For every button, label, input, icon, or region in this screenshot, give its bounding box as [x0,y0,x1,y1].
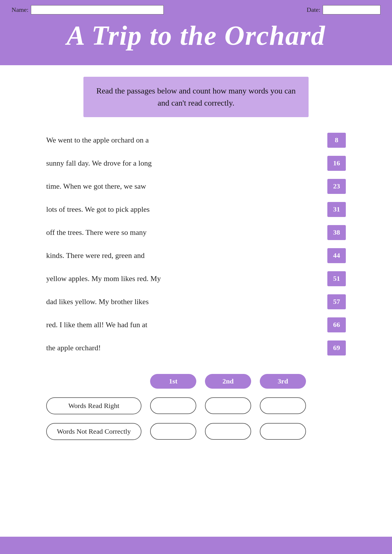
passage-text-2: sunny fall day. We drove for a long [46,159,316,168]
passage-row: the apple orchard!69 [46,336,346,360]
instruction-box: Read the passages below and count how ma… [83,77,309,117]
passage-row: off the trees. There were so many38 [46,221,346,244]
passage-row: time. When we got there, we saw23 [46,175,346,198]
word-count-badge-1: 8 [327,133,346,148]
passage-section: We went to the apple orchard on a8sunny … [46,129,346,360]
passage-text-8: dad likes yellow. My brother likes [46,297,316,306]
attempt-label-2nd: 2nd [205,374,251,389]
words-read-right-row: Words Read Right [46,397,346,414]
attempt-labels-row: 1st 2nd 3rd [46,374,346,389]
passage-row: kinds. There were red, green and44 [46,244,346,267]
page-title: A Trip to the Orchard [12,17,380,57]
passage-text-1: We went to the apple orchard on a [46,136,316,145]
attempt-label-3rd: 3rd [260,374,306,389]
name-date-row: Name: Date: [12,5,380,14]
passage-row: lots of trees. We got to pick apples31 [46,198,346,221]
date-input[interactable] [323,5,380,14]
word-count-badge-10: 69 [327,340,346,355]
passage-row: red. I like them all! We had fun at66 [46,313,346,336]
words-not-read-2nd[interactable] [205,423,251,440]
word-count-badge-3: 23 [327,179,346,194]
name-label: Name: [12,6,29,14]
word-count-badge-4: 31 [327,202,346,217]
words-read-right-3rd[interactable] [260,397,306,414]
passage-row: We went to the apple orchard on a8 [46,129,346,152]
name-input[interactable] [31,5,164,14]
word-count-badge-5: 38 [327,225,346,240]
word-count-badge-2: 16 [327,156,346,171]
passage-row: yellow apples. My mom likes red. My51 [46,267,346,290]
passage-text-10: the apple orchard! [46,344,316,352]
passage-text-7: yellow apples. My mom likes red. My [46,274,316,283]
passage-row: sunny fall day. We drove for a long16 [46,152,346,175]
name-section: Name: [12,5,164,14]
words-read-right-2nd[interactable] [205,397,251,414]
words-not-read-label: Words Not Read Correctly [46,423,141,440]
passage-row: dad likes yellow. My brother likes57 [46,290,346,313]
words-read-right-label: Words Read Right [46,397,141,414]
passage-text-6: kinds. There were red, green and [46,251,316,260]
header-bar: Name: Date: A Trip to the Orchard [0,0,392,65]
content-area: Read the passages below and count how ma… [0,65,392,460]
attempt-label-1st: 1st [150,374,196,389]
word-count-badge-9: 66 [327,317,346,332]
passage-text-9: red. I like them all! We had fun at [46,321,316,329]
passage-text-3: time. When we got there, we saw [46,182,316,191]
words-read-right-1st[interactable] [150,397,196,414]
passage-text-4: lots of trees. We got to pick apples [46,205,316,214]
scoring-section: 1st 2nd 3rd Words Read Right Words Not R… [46,374,346,440]
word-count-badge-6: 44 [327,248,346,263]
word-count-badge-7: 51 [327,271,346,286]
date-label: Date: [307,6,320,14]
words-not-read-1st[interactable] [150,423,196,440]
words-not-read-row: Words Not Read Correctly [46,423,346,440]
word-count-badge-8: 57 [327,294,346,309]
passage-text-5: off the trees. There were so many [46,228,316,237]
date-section: Date: [307,5,380,14]
footer-bar [0,537,392,554]
words-not-read-3rd[interactable] [260,423,306,440]
